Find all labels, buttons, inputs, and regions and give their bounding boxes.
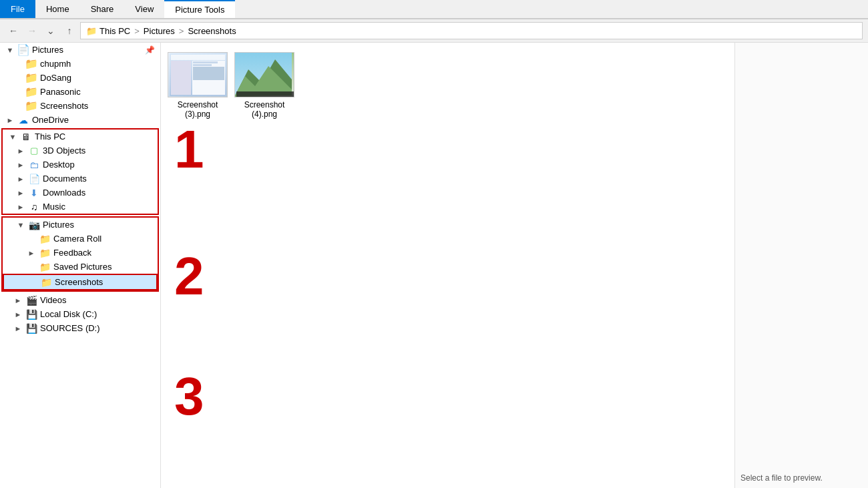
file-item-screenshot4[interactable]: Screenshot (4).png xyxy=(234,49,294,121)
sidebar-item-videos[interactable]: ► 🎬 Videos xyxy=(0,293,160,307)
screenshots-selected-icon: 📁 xyxy=(40,278,52,287)
sidebar-item-sources[interactable]: ► 💾 SOURCES (D:) xyxy=(0,321,160,335)
annotation-3: 3 xyxy=(174,370,204,423)
tab-picture-tools[interactable]: Picture Tools xyxy=(164,0,235,18)
sidebar-item-onedrive[interactable]: ► ☁ OneDrive xyxy=(0,113,160,127)
3d-expand: ► xyxy=(16,147,25,155)
feedback-expand: ► xyxy=(27,249,36,257)
file-thumb-4 xyxy=(234,52,294,97)
path-pictures[interactable]: Pictures xyxy=(144,26,175,36)
cameraroll-label: Camera Roll xyxy=(53,234,101,244)
file-label-3: Screenshot (3).png xyxy=(170,100,225,119)
videos-icon: 🎬 xyxy=(25,296,37,305)
sources-label: SOURCES (D:) xyxy=(40,323,100,333)
downloads-label: Downloads xyxy=(43,188,85,198)
chupmh-icon: 📁 xyxy=(25,59,37,69)
3dobjects-icon: ▢ xyxy=(28,146,40,156)
detail-text: Select a file to preview. xyxy=(740,473,823,483)
panasonic-label: Panasonic xyxy=(40,87,81,97)
cameraroll-icon: 📁 xyxy=(39,234,51,244)
ribbon-tabs: File Home Share View Picture Tools xyxy=(0,0,868,19)
documents-expand: ► xyxy=(16,175,25,183)
sidebar-item-downloads[interactable]: ► ⬇ Downloads xyxy=(3,186,158,200)
thispc-icon: 🖥 xyxy=(20,132,32,142)
downloads-expand: ► xyxy=(16,189,25,197)
sidebar-item-pictures-thispc[interactable]: ▼ 📷 Pictures xyxy=(3,218,158,232)
sidebar-item-panasonic[interactable]: 📁 Panasonic xyxy=(0,85,160,99)
sidebar-item-documents[interactable]: ► 📄 Documents xyxy=(3,172,158,186)
file-thumb-3 xyxy=(168,52,228,97)
pictures-expand: ▼ xyxy=(16,221,25,229)
sidebar-item-thispc[interactable]: ▼ 🖥 This PC xyxy=(3,130,158,144)
thispc-section: ▼ 🖥 This PC ► ▢ 3D Objects ► 🗀 Desktop ►… xyxy=(1,128,159,215)
dosang-label: DoSang xyxy=(40,73,71,83)
sidebar-item-music[interactable]: ► ♫ Music xyxy=(3,200,158,214)
onedrive-icon: ☁ xyxy=(17,115,29,125)
sidebar-item-3dobjects[interactable]: ► ▢ 3D Objects xyxy=(3,144,158,158)
tab-view[interactable]: View xyxy=(124,0,164,18)
tab-share[interactable]: Share xyxy=(80,0,125,18)
sources-icon: 💾 xyxy=(25,324,37,333)
savedpictures-icon: 📁 xyxy=(39,262,51,272)
content-area: 1 2 3 xyxy=(161,43,868,488)
address-path[interactable]: 📁 This PC > Pictures > Screenshots xyxy=(80,22,863,39)
file-label-4: Screenshot (4).png xyxy=(237,100,292,119)
sidebar-item-feedback[interactable]: ► 📁 Feedback xyxy=(3,246,158,260)
file-area: Screenshot (3).png xyxy=(161,43,734,488)
sidebar-item-cameraroll[interactable]: 📁 Camera Roll xyxy=(3,232,158,246)
tab-file[interactable]: File xyxy=(0,0,35,18)
desktop-label: Desktop xyxy=(43,160,75,170)
pictures-icon: 📷 xyxy=(28,220,40,230)
main-layout: ▼ 📄 Pictures 📌 📁 chupmh 📁 DoSang 📁 Panas… xyxy=(0,43,868,488)
expand-icon: ▼ xyxy=(5,46,15,54)
panasonic-icon: 📁 xyxy=(25,87,37,97)
videos-label: Videos xyxy=(40,295,67,305)
recent-locations-button[interactable]: ⌄ xyxy=(43,23,59,39)
pin-icon: 📌 xyxy=(145,45,155,55)
sidebar-item-screenshots-quickaccess[interactable]: 📁 Screenshots xyxy=(0,99,160,113)
pictures-quickaccess-icon: 📄 xyxy=(17,45,29,55)
path-sep-1: > xyxy=(134,26,140,36)
desktop-expand: ► xyxy=(16,161,25,169)
music-label: Music xyxy=(43,202,65,212)
back-button[interactable]: ← xyxy=(5,23,21,39)
path-thispc[interactable]: This PC xyxy=(99,26,130,36)
path-sep-2: > xyxy=(179,26,184,36)
pictures-thispc-label: Pictures xyxy=(43,220,74,230)
sidebar-item-localdisk[interactable]: ► 💾 Local Disk (C:) xyxy=(0,307,160,321)
sources-expand: ► xyxy=(13,324,23,332)
pictures-section: ▼ 📷 Pictures 📁 Camera Roll ► 📁 Feedback … xyxy=(1,216,159,292)
path-screenshots[interactable]: Screenshots xyxy=(188,26,236,36)
pictures-quickaccess-label: Pictures xyxy=(32,45,63,55)
forward-button[interactable]: → xyxy=(24,23,40,39)
screenshots-qa-icon: 📁 xyxy=(25,101,37,111)
dosang-icon: 📁 xyxy=(25,73,37,83)
sidebar-item-screenshots-selected[interactable]: 📁 Screenshots xyxy=(3,274,158,290)
detail-panel: Select a file to preview. xyxy=(734,43,868,488)
up-button[interactable]: ↑ xyxy=(61,23,77,39)
documents-label: Documents xyxy=(43,174,87,184)
path-folder-icon: 📁 xyxy=(86,26,97,36)
sidebar-item-desktop[interactable]: ► 🗀 Desktop xyxy=(3,158,158,172)
desktop-icon: 🗀 xyxy=(28,160,40,170)
feedback-icon: 📁 xyxy=(39,248,51,258)
annotation-2: 2 xyxy=(174,250,204,303)
chupmh-label: chupmh xyxy=(40,59,71,69)
savedpictures-label: Saved Pictures xyxy=(53,262,112,272)
videos-expand: ► xyxy=(13,296,23,304)
sidebar-item-pictures-quickaccess[interactable]: ▼ 📄 Pictures 📌 xyxy=(0,43,160,57)
screenshots-selected-label: Screenshots xyxy=(55,277,103,287)
localdisk-expand: ► xyxy=(13,310,23,318)
screenshots-qa-label: Screenshots xyxy=(40,101,88,111)
tab-home[interactable]: Home xyxy=(35,0,80,18)
annotation-1: 1 xyxy=(174,123,204,176)
sidebar-item-chupmh[interactable]: 📁 chupmh xyxy=(0,57,160,71)
music-icon: ♫ xyxy=(28,202,40,212)
thispc-expand: ▼ xyxy=(8,133,17,141)
sidebar: ▼ 📄 Pictures 📌 📁 chupmh 📁 DoSang 📁 Panas… xyxy=(0,43,161,488)
file-item-screenshot3[interactable]: Screenshot (3).png xyxy=(168,49,228,121)
localdisk-label: Local Disk (C:) xyxy=(40,309,97,319)
feedback-label: Feedback xyxy=(53,248,91,258)
sidebar-item-dosang[interactable]: 📁 DoSang xyxy=(0,71,160,85)
sidebar-item-savedpictures[interactable]: 📁 Saved Pictures xyxy=(3,260,158,274)
